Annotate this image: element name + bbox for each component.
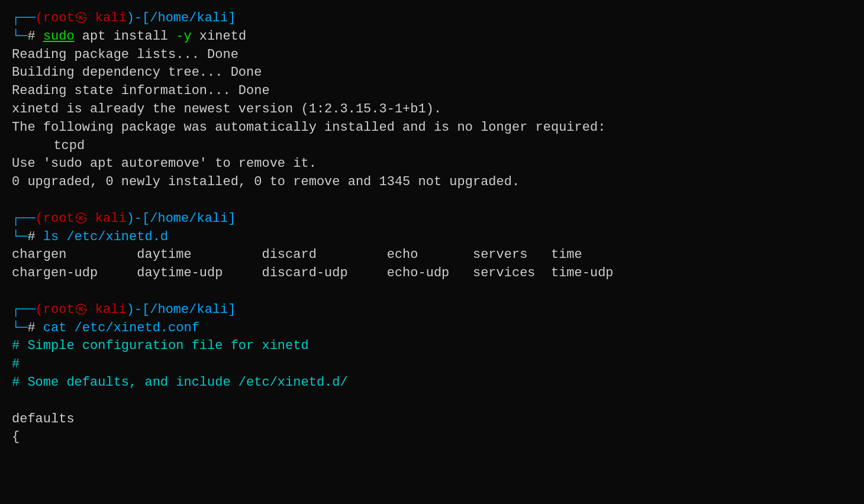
prompt-path-3: /home/kali bbox=[150, 301, 228, 319]
prompt-line1-2: ┌──(root㉿ kali)-[/home/kali] bbox=[12, 210, 852, 228]
prompt-host-1: kali bbox=[88, 9, 127, 28]
prompt-block-2: ┌──(root㉿ kali)-[/home/kali] └─# ls /etc… bbox=[12, 210, 852, 247]
prompt-at-1: ㉿ bbox=[75, 9, 88, 28]
ls-row-1: chargen daytime discard echo servers tim… bbox=[12, 246, 852, 264]
cmd-sudo-1: sudo bbox=[43, 28, 75, 46]
apt-output-0: Reading package lists... Done bbox=[12, 46, 852, 64]
prompt-block-3: ┌──(root㉿ kali)-[/home/kali] └─# cat /et… bbox=[12, 301, 852, 338]
conf-line-1: # bbox=[12, 356, 852, 374]
prompt-arrow-1: └─ bbox=[12, 28, 27, 46]
prompt-line1-3: ┌──(root㉿ kali)-[/home/kali] bbox=[12, 301, 852, 319]
cmd-apt-1: apt install bbox=[75, 28, 176, 46]
apt-output-block: Reading package lists... Done Building d… bbox=[12, 46, 852, 192]
prompt-line2-1: └─# sudo apt install -y xinetd bbox=[12, 28, 852, 46]
conf-line-2: # Some defaults, and include /etc/xinetd… bbox=[12, 374, 852, 392]
ls-row-2: chargen-udp daytime-udp discard-udp echo… bbox=[12, 264, 852, 283]
prompt-hash-1: # bbox=[27, 28, 43, 46]
prompt-host-2: kali bbox=[88, 210, 127, 228]
prompt-at-3: ㉿ bbox=[75, 301, 88, 319]
apt-output-1: Building dependency tree... Done bbox=[12, 64, 852, 82]
prompt-hash-2: # bbox=[27, 228, 43, 247]
prompt-close-2: ] bbox=[228, 210, 236, 228]
prompt-user-2: (root bbox=[36, 210, 75, 228]
prompt-arrow-2: └─ bbox=[12, 228, 27, 247]
bracket-top-left-3: ┌── bbox=[12, 301, 36, 319]
prompt-dash-2: )-[ bbox=[127, 210, 150, 228]
apt-output-5: tcpd bbox=[38, 137, 852, 156]
blank-2 bbox=[12, 283, 852, 301]
bracket-top-left-2: ┌── bbox=[12, 210, 36, 228]
prompt-host-3: kali bbox=[88, 301, 127, 319]
prompt-close-3: ] bbox=[228, 301, 236, 319]
bracket-top-left-1: ┌── bbox=[12, 9, 36, 28]
prompt-user-1: (root bbox=[36, 9, 75, 28]
blank-1 bbox=[12, 192, 852, 210]
terminal: ┌──(root㉿ kali)-[/home/kali] └─# sudo ap… bbox=[12, 9, 852, 447]
conf-output-block: # Simple configuration file for xinetd #… bbox=[12, 337, 852, 447]
apt-output-3: xinetd is already the newest version (1:… bbox=[12, 101, 852, 119]
prompt-arrow-3: └─ bbox=[12, 319, 27, 338]
prompt-hash-3: # bbox=[27, 319, 43, 338]
prompt-dash-1: )-[ bbox=[127, 9, 150, 28]
prompt-at-2: ㉿ bbox=[75, 210, 88, 228]
prompt-path-1: /home/kali bbox=[150, 9, 228, 28]
conf-line-4: defaults bbox=[12, 411, 852, 429]
cmd-pkg-1: xinetd bbox=[192, 28, 246, 46]
conf-line-0: # Simple configuration file for xinetd bbox=[12, 337, 852, 356]
prompt-block-1: ┌──(root㉿ kali)-[/home/kali] └─# sudo ap… bbox=[12, 9, 852, 46]
prompt-user-3: (root bbox=[36, 301, 75, 319]
apt-output-4: The following package was automatically … bbox=[12, 119, 852, 137]
cmd-flag-1: -y bbox=[176, 28, 191, 46]
prompt-line2-3: └─# cat /etc/xinetd.conf bbox=[12, 319, 852, 338]
cmd-ls-2: ls /etc/xinetd.d bbox=[43, 228, 168, 247]
cmd-cat-3: cat /etc/xinetd.conf bbox=[43, 319, 199, 338]
prompt-line1-1: ┌──(root㉿ kali)-[/home/kali] bbox=[12, 9, 852, 28]
conf-line-5: { bbox=[12, 428, 852, 447]
apt-output-7: 0 upgraded, 0 newly installed, 0 to remo… bbox=[12, 173, 852, 192]
prompt-close-1: ] bbox=[228, 9, 236, 28]
apt-output-6: Use 'sudo apt autoremove' to remove it. bbox=[12, 155, 852, 173]
prompt-line2-2: └─# ls /etc/xinetd.d bbox=[12, 228, 852, 247]
prompt-path-2: /home/kali bbox=[150, 210, 228, 228]
prompt-dash-3: )-[ bbox=[127, 301, 150, 319]
apt-output-2: Reading state information... Done bbox=[12, 82, 852, 101]
ls-output-block: chargen daytime discard echo servers tim… bbox=[12, 246, 852, 283]
blank-3 bbox=[12, 392, 852, 411]
